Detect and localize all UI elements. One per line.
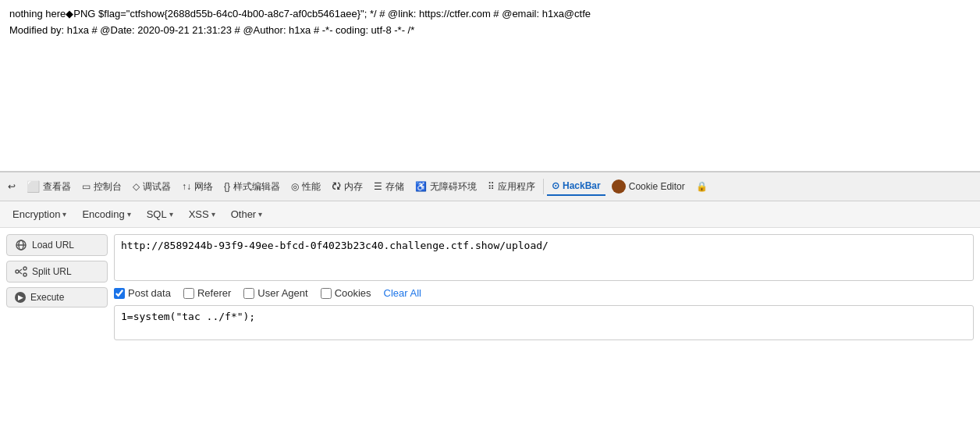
- devtools-tab-accessibility[interactable]: ♿ 无障碍环境: [410, 177, 481, 197]
- encryption-dropdown-arrow: ▾: [62, 210, 66, 219]
- back-icon: ↩: [8, 181, 16, 192]
- post-data-checkbox[interactable]: [114, 288, 125, 299]
- svg-line-6: [19, 269, 22, 272]
- devtools-tab-storage[interactable]: ☰ 存储: [369, 177, 409, 197]
- hackbar-main: Load URL Split URL ▶ Execute: [0, 228, 980, 347]
- inspector-label: 查看器: [43, 180, 71, 194]
- content-line2: Modified by: h1xa # @Date: 2020-09-21 21…: [9, 23, 971, 39]
- referer-checkbox-label[interactable]: Referer: [183, 287, 231, 299]
- perf-label: 性能: [302, 180, 321, 194]
- hackbar-input-panel: Post data Referer User Agent Cookies Cle…: [114, 234, 974, 340]
- hackbar-menu-bar: Encryption ▾ Encoding ▾ SQL ▾ XSS ▾ Othe…: [0, 201, 980, 228]
- devtools-tab-memory[interactable]: 🗘 内存: [327, 177, 368, 197]
- hackbar-label: HackBar: [563, 180, 601, 191]
- post-data-label: Post data: [128, 287, 171, 299]
- memory-icon: 🗘: [332, 181, 341, 192]
- style-icon: {}: [224, 181, 230, 192]
- encryption-label: Encryption: [12, 208, 60, 220]
- content-area: nothing here◆PNG $flag="ctfshow{2688d55b…: [0, 0, 980, 172]
- user-agent-checkbox-label[interactable]: User Agent: [243, 287, 307, 299]
- devtools-tab-console[interactable]: ▭ 控制台: [77, 177, 126, 197]
- other-label: Other: [231, 208, 257, 220]
- user-agent-checkbox[interactable]: [243, 288, 254, 299]
- console-icon: ▭: [82, 181, 91, 192]
- load-url-label: Load URL: [32, 240, 74, 251]
- sql-label: SQL: [147, 208, 167, 220]
- content-line1: nothing here◆PNG $flag="ctfshow{2688d55b…: [9, 6, 971, 23]
- network-label: 网络: [194, 180, 213, 194]
- svg-line-7: [19, 272, 22, 274]
- referer-label: Referer: [197, 287, 231, 299]
- svg-point-5: [23, 273, 27, 276]
- devtools-tab-style-editor[interactable]: {} 样式编辑器: [219, 177, 285, 197]
- perf-icon: ◎: [291, 181, 299, 192]
- debugger-icon: ◇: [133, 181, 140, 192]
- debugger-label: 调试器: [143, 180, 171, 194]
- devtools-toolbar: ↩ ⬜ 查看器 ▭ 控制台 ◇ 调试器 ↑↓ 网络 {} 样式编辑器 ◎ 性能 …: [0, 172, 980, 201]
- storage-icon: ☰: [374, 181, 382, 192]
- cookie-editor-label: Cookie Editor: [629, 181, 685, 192]
- devtools-back-btn[interactable]: ↩: [3, 178, 20, 195]
- execute-button[interactable]: ▶ Execute: [6, 287, 108, 307]
- memory-label: 内存: [344, 180, 363, 194]
- devtools-tab-debugger[interactable]: ◇ 调试器: [128, 177, 176, 197]
- hackbar-buttons-panel: Load URL Split URL ▶ Execute: [6, 234, 108, 340]
- other-menu[interactable]: Other ▾: [225, 206, 269, 222]
- post-data-input[interactable]: [114, 305, 974, 340]
- split-url-icon: [15, 265, 27, 278]
- referer-checkbox[interactable]: [183, 288, 194, 299]
- network-icon: ↑↓: [182, 181, 191, 192]
- svg-point-4: [23, 267, 27, 270]
- user-agent-label: User Agent: [257, 287, 307, 299]
- post-data-checkbox-label[interactable]: Post data: [114, 287, 171, 299]
- encoding-label: Encoding: [82, 208, 124, 220]
- encoding-menu[interactable]: Encoding ▾: [76, 206, 137, 222]
- accessibility-icon: ♿: [415, 181, 427, 192]
- cookies-checkbox-label[interactable]: Cookies: [321, 287, 371, 299]
- apps-icon: ⠿: [488, 181, 495, 192]
- execute-icon: ▶: [15, 292, 26, 303]
- style-label: 样式编辑器: [233, 180, 280, 194]
- sql-dropdown-arrow: ▾: [169, 210, 173, 219]
- storage-label: 存储: [385, 180, 404, 194]
- split-url-label: Split URL: [32, 266, 72, 277]
- inspect-icon: ⬜: [27, 180, 40, 193]
- xss-dropdown-arrow: ▾: [211, 210, 215, 219]
- load-url-button[interactable]: Load URL: [6, 234, 108, 256]
- sql-menu[interactable]: SQL ▾: [140, 206, 179, 222]
- execute-label: Execute: [30, 292, 64, 303]
- devtools-tab-performance[interactable]: ◎ 性能: [286, 177, 325, 197]
- devtools-tab-cookie-editor[interactable]: Cookie Editor: [607, 176, 690, 197]
- load-url-icon: [15, 239, 27, 251]
- svg-point-3: [16, 270, 19, 273]
- lock-icon: 🔒: [696, 181, 708, 192]
- encoding-dropdown-arrow: ▾: [127, 210, 131, 219]
- hackbar-section: Encryption ▾ Encoding ▾ SQL ▾ XSS ▾ Othe…: [0, 201, 980, 347]
- console-label: 控制台: [94, 180, 122, 194]
- devtools-tab-hackbar[interactable]: ⊙ HackBar: [547, 177, 605, 196]
- devtools-tab-inspector[interactable]: ⬜ 查看器: [22, 177, 76, 197]
- devtools-tab-apps[interactable]: ⠿ 应用程序: [483, 177, 540, 197]
- accessibility-label: 无障碍环境: [430, 180, 477, 194]
- devtools-tab-network[interactable]: ↑↓ 网络: [177, 177, 218, 197]
- xss-menu[interactable]: XSS ▾: [183, 206, 222, 222]
- url-input[interactable]: [114, 234, 974, 281]
- other-dropdown-arrow: ▾: [258, 210, 262, 219]
- xss-label: XSS: [189, 208, 209, 220]
- toolbar-separator: [543, 179, 544, 194]
- split-url-button[interactable]: Split URL: [6, 261, 108, 283]
- devtools-more-btn[interactable]: 🔒: [691, 178, 712, 195]
- options-row: Post data Referer User Agent Cookies Cle…: [114, 286, 974, 300]
- apps-label: 应用程序: [498, 180, 535, 194]
- cookies-checkbox[interactable]: [321, 288, 332, 299]
- encryption-menu[interactable]: Encryption ▾: [6, 206, 73, 222]
- clear-all-button[interactable]: Clear All: [384, 287, 421, 299]
- cookie-icon: [612, 180, 626, 194]
- hackbar-icon: ⊙: [552, 180, 559, 191]
- cookies-label: Cookies: [335, 287, 371, 299]
